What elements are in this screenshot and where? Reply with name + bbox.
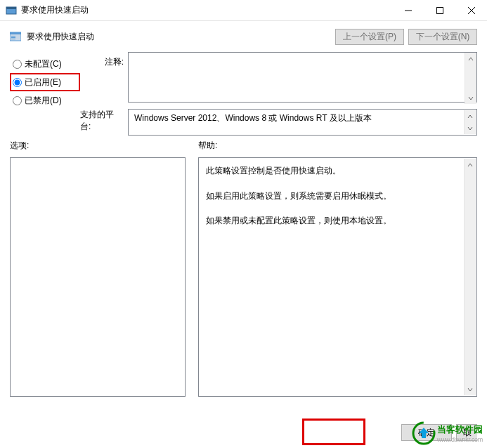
svg-rect-9 xyxy=(11,37,15,38)
help-scrollbar[interactable] xyxy=(464,159,476,395)
scroll-up-icon[interactable] xyxy=(465,53,476,65)
policy-header: 要求使用快速启动 上一个设置(P) 下一个设置(N) xyxy=(0,21,487,52)
supported-platform-text: Windows Server 2012、Windows 8 或 Windows … xyxy=(134,113,372,123)
next-setting-button[interactable]: 下一个设置(N) xyxy=(408,29,477,45)
ok-button[interactable]: 确定 xyxy=(401,424,452,441)
policy-title: 要求使用快速启动 xyxy=(27,31,94,43)
help-paragraph: 此策略设置控制是否使用快速启动。 xyxy=(206,164,461,179)
help-paragraph: 如果禁用或未配置此策略设置，则使用本地设置。 xyxy=(206,213,461,229)
cancel-button[interactable]: 取 xyxy=(456,424,477,441)
svg-rect-8 xyxy=(11,36,15,37)
options-label: 选项: xyxy=(10,140,186,152)
radio-disabled[interactable]: 已禁用(D) xyxy=(10,93,80,108)
scroll-down-icon[interactable] xyxy=(465,92,476,104)
scroll-down-icon[interactable] xyxy=(465,122,476,134)
state-radio-group: 未配置(C) 已启用(E) 已禁用(D) xyxy=(10,52,80,136)
svg-rect-3 xyxy=(436,7,443,13)
previous-setting-button[interactable]: 上一个设置(P) xyxy=(335,29,404,45)
radio-not-configured[interactable]: 未配置(C) xyxy=(10,56,80,72)
comment-textarea[interactable] xyxy=(128,52,477,103)
svg-rect-7 xyxy=(10,32,21,34)
radio-enabled-label: 已启用(E) xyxy=(25,77,61,88)
window-titlebar: 要求使用快速启动 xyxy=(0,0,487,21)
app-icon xyxy=(6,5,17,16)
scroll-up-icon[interactable] xyxy=(465,110,476,122)
close-button[interactable] xyxy=(455,0,487,21)
minimize-button[interactable] xyxy=(392,0,424,21)
radio-enabled[interactable]: 已启用(E) xyxy=(10,73,80,91)
radio-disabled-label: 已禁用(D) xyxy=(25,95,62,107)
dialog-footer: 确定 取 xyxy=(401,424,477,441)
help-label: 帮助: xyxy=(198,140,477,152)
comment-scrollbar[interactable] xyxy=(465,53,476,104)
comment-label: 注释: xyxy=(105,56,124,68)
radio-disabled-input[interactable] xyxy=(13,96,22,105)
supported-platform-box: Windows Server 2012、Windows 8 或 Windows … xyxy=(128,109,477,136)
help-paragraph: 如果启用此策略设置，则系统需要启用休眠模式。 xyxy=(206,189,461,204)
platform-scrollbar[interactable] xyxy=(464,110,476,134)
radio-enabled-input[interactable] xyxy=(13,78,22,87)
svg-rect-10 xyxy=(11,39,15,39)
highlight-box-icon xyxy=(302,419,365,445)
radio-not-configured-label: 未配置(C) xyxy=(25,58,62,70)
policy-icon xyxy=(10,31,21,42)
scroll-down-icon[interactable] xyxy=(465,383,476,395)
help-box: 此策略设置控制是否使用快速启动。 如果启用此策略设置，则系统需要启用休眠模式。 … xyxy=(198,157,477,397)
radio-not-configured-input[interactable] xyxy=(13,60,22,69)
options-box xyxy=(10,157,186,397)
scroll-up-icon[interactable] xyxy=(465,159,476,171)
platform-label: 支持的平台: xyxy=(80,109,124,133)
maximize-button[interactable] xyxy=(424,0,455,21)
svg-rect-1 xyxy=(6,7,16,9)
window-title: 要求使用快速启动 xyxy=(21,4,89,16)
